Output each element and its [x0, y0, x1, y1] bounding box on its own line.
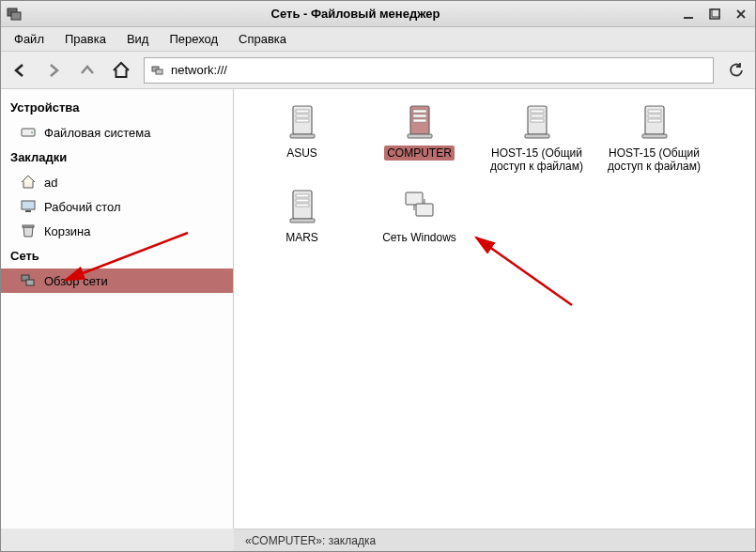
menu-item-2[interactable]: Вид	[117, 29, 159, 49]
menu-item-3[interactable]: Переход	[160, 29, 227, 49]
server-icon	[635, 102, 674, 142]
svg-rect-1	[11, 12, 21, 20]
svg-rect-20	[290, 134, 315, 138]
window-title: Сеть - Файловый менеджер	[31, 7, 680, 21]
maximize-button[interactable]	[706, 6, 723, 23]
grid-item-label: ASUS	[284, 146, 320, 161]
svg-rect-34	[648, 119, 661, 122]
grid-item[interactable]: HOST-15 (Общий доступ к файлам)	[478, 99, 595, 183]
sidebar-item[interactable]: Файловая система	[1, 120, 233, 145]
refresh-button[interactable]	[725, 59, 748, 82]
grid-item-label: COMPUTER	[384, 146, 455, 161]
sidebar-item-label: Файловая система	[44, 126, 150, 140]
grid-item-label: MARS	[283, 230, 321, 245]
sidebar-item-label: Обзор сети	[44, 274, 108, 288]
svg-rect-22	[413, 110, 426, 113]
svg-rect-23	[413, 115, 426, 117]
svg-rect-30	[525, 134, 549, 138]
svg-rect-25	[408, 134, 432, 138]
grid-item-label: HOST-15 (Общий доступ к файлам)	[599, 146, 709, 175]
network-group-icon	[400, 187, 440, 226]
minimize-button[interactable]	[680, 6, 697, 23]
svg-rect-24	[413, 119, 426, 122]
address-input[interactable]	[171, 63, 707, 77]
location-icon	[150, 63, 165, 78]
home-button[interactable]	[110, 59, 132, 82]
content-area[interactable]: ASUSCOMPUTERHOST-15 (Общий доступ к файл…	[234, 89, 755, 529]
grid-item[interactable]: MARS	[243, 183, 361, 268]
svg-rect-42	[416, 204, 433, 216]
svg-rect-40	[290, 219, 315, 222]
svg-rect-11	[22, 201, 35, 209]
svg-rect-2	[684, 17, 693, 19]
sidebar-item[interactable]: ad	[1, 170, 233, 194]
sidebar: УстройстваФайловая системаЗакладкиadРабо…	[1, 89, 234, 529]
sidebar-section-header: Закладки	[1, 145, 233, 170]
sidebar-item-label: Рабочий стол	[44, 200, 121, 214]
svg-rect-17	[296, 110, 309, 113]
server-icon	[517, 102, 557, 142]
back-button[interactable]	[8, 59, 31, 82]
sidebar-item[interactable]: Обзор сети	[1, 268, 233, 293]
svg-rect-19	[296, 119, 309, 122]
svg-rect-37	[296, 194, 309, 197]
sidebar-item[interactable]: Корзина	[1, 219, 233, 243]
svg-rect-8	[156, 69, 162, 74]
server-icon	[400, 102, 440, 142]
grid-item-label: Сеть Windows	[379, 230, 459, 245]
sidebar-item-label: Корзина	[44, 224, 91, 238]
grid-item[interactable]: HOST-15 (Общий доступ к файлам)	[595, 99, 713, 183]
svg-rect-15	[26, 280, 34, 285]
svg-rect-35	[642, 134, 667, 138]
svg-rect-12	[25, 210, 31, 212]
status-text: «COMPUTER»: закладка	[245, 534, 376, 547]
svg-rect-39	[296, 204, 309, 207]
menubar: ФайлПравкаВидПереходСправка	[1, 27, 755, 52]
drive-icon	[20, 124, 37, 141]
sidebar-section-header: Сеть	[1, 243, 233, 268]
up-button[interactable]	[76, 59, 99, 82]
toolbar	[1, 52, 755, 89]
svg-rect-38	[296, 199, 309, 202]
address-bar[interactable]	[144, 57, 714, 84]
sidebar-item-label: ad	[44, 176, 57, 190]
menu-item-1[interactable]: Правка	[55, 29, 116, 49]
home-icon	[20, 174, 37, 191]
svg-rect-33	[648, 115, 661, 117]
statusbar: «COMPUTER»: закладка	[234, 529, 755, 551]
titlebar: Сеть - Файловый менеджер	[1, 1, 755, 27]
svg-rect-32	[648, 110, 661, 113]
server-icon	[283, 187, 322, 226]
grid-item-label: HOST-15 (Общий доступ к файлам)	[482, 146, 592, 175]
svg-rect-27	[531, 110, 544, 113]
svg-rect-28	[531, 115, 544, 117]
svg-rect-41	[406, 192, 423, 205]
grid-item[interactable]: COMPUTER	[361, 99, 478, 183]
sidebar-section-header: Устройства	[1, 95, 233, 120]
menu-item-0[interactable]: Файл	[5, 29, 54, 49]
sidebar-item[interactable]: Рабочий стол	[1, 194, 233, 219]
network-icon	[20, 272, 37, 289]
svg-rect-18	[296, 115, 309, 117]
server-icon	[283, 102, 322, 142]
svg-rect-29	[531, 119, 544, 122]
svg-rect-13	[23, 225, 34, 227]
menu-item-4[interactable]: Справка	[229, 29, 296, 49]
close-button[interactable]	[733, 6, 749, 23]
desktop-icon	[20, 198, 37, 215]
forward-button[interactable]	[42, 59, 65, 82]
svg-point-10	[31, 131, 33, 133]
grid-item[interactable]: ASUS	[243, 99, 361, 183]
app-icon	[7, 6, 23, 23]
grid-item[interactable]: Сеть Windows	[361, 183, 478, 268]
trash-icon	[20, 222, 37, 239]
